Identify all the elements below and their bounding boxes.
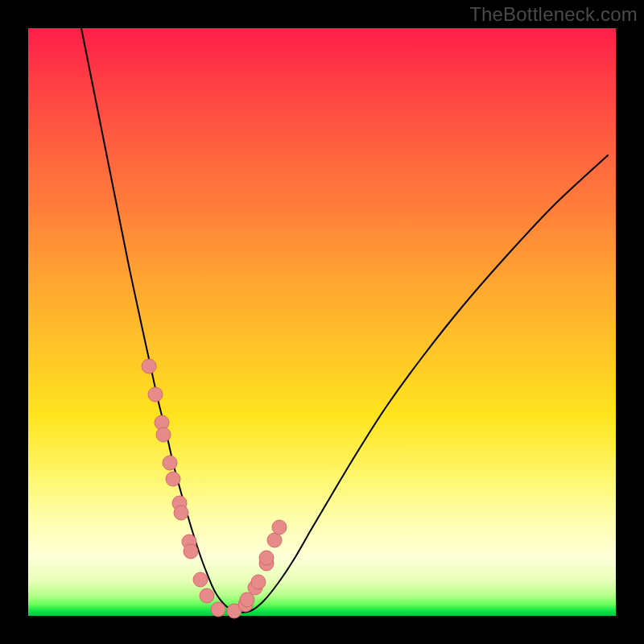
marker-dot	[148, 387, 163, 402]
marker-dot	[163, 456, 177, 470]
marker-dot	[259, 551, 274, 565]
bottleneck-curve	[81, 28, 608, 613]
marker-dot	[200, 588, 214, 603]
marker-dot	[166, 472, 180, 486]
marker-dot	[267, 533, 282, 547]
curve-svg	[28, 28, 616, 616]
marker-dot	[272, 520, 287, 535]
marker-dot	[156, 427, 171, 442]
highlight-markers	[142, 359, 287, 618]
watermark-text: TheBottleneck.com	[469, 3, 638, 26]
outer-frame: TheBottleneck.com	[0, 0, 644, 644]
marker-dot	[251, 575, 266, 589]
marker-dot	[142, 359, 156, 374]
marker-dot	[174, 506, 188, 520]
marker-dot	[184, 544, 198, 559]
marker-dot	[211, 602, 225, 617]
plot-area	[28, 28, 616, 616]
marker-dot	[193, 572, 208, 587]
